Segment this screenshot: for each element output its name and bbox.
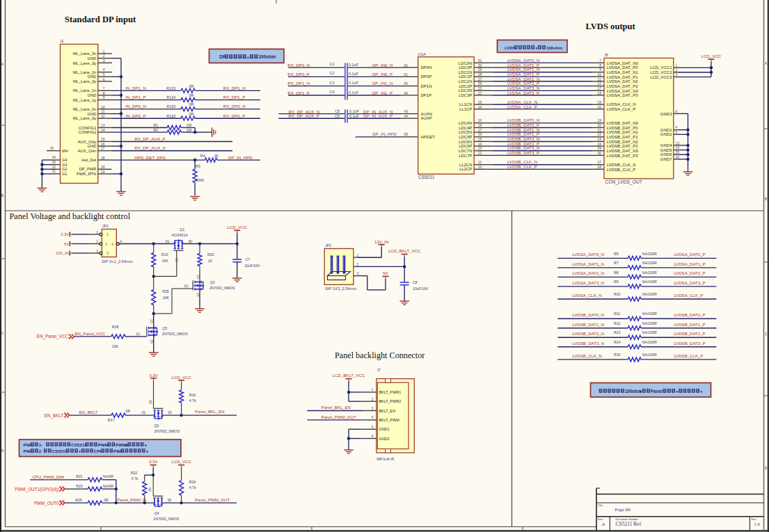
- svg-text:12: 12: [598, 82, 602, 86]
- svg-text:1:: 1:: [39, 442, 43, 447]
- svg-text:14: 14: [101, 129, 105, 132]
- svg-text:LVDSB_DAT_N1: LVDSB_DAT_N1: [607, 130, 639, 134]
- svg-text:Document Number: Document Number: [616, 517, 639, 521]
- svg-text:JP1: JP1: [102, 224, 109, 228]
- svg-text:13: 13: [676, 142, 680, 145]
- svg-text:LVDSB_DAT0_N: LVDSB_DAT0_N: [572, 312, 604, 317]
- svg-text:G3: G3: [62, 163, 67, 167]
- svg-text:2: 2: [103, 54, 105, 58]
- svg-text:R21: R21: [76, 474, 83, 478]
- svg-text:LVDSA_DAT3_P: LVDSA_DAT3_P: [674, 280, 706, 285]
- svg-text:CON_LVDS_OUT: CON_LVDS_OUT: [605, 179, 642, 185]
- svg-text:BKLT_PWM: BKLT_PWM: [379, 418, 400, 422]
- svg-text:LVDSA_DAT_P2: LVDSA_DAT_P2: [607, 84, 638, 88]
- svg-text:RX_DP0_P: RX_DP0_P: [287, 72, 310, 76]
- svg-text:4: 4: [120, 240, 122, 243]
- svg-text:3: 3: [96, 250, 98, 253]
- svg-text:LCD_BKLT_VCC: LCD_BKLT_VCC: [388, 248, 421, 253]
- svg-text:2: 2: [372, 398, 374, 401]
- svg-text:LVDSB_CLK_N: LVDSB_CLK_N: [607, 163, 636, 167]
- svg-text:12: 12: [478, 152, 482, 155]
- svg-text:LDC4P: LDC4P: [459, 126, 472, 130]
- svg-text:29: 29: [478, 68, 482, 72]
- svg-text:PWM1: PWM1: [116, 442, 129, 447]
- svg-text:6: 6: [103, 78, 105, 81]
- svg-text:CONFIG2: CONFIG2: [79, 130, 97, 134]
- svg-text:ML_Lane_3p: ML_Lane_3p: [73, 61, 97, 65]
- svg-text:Q2: Q2: [154, 424, 159, 428]
- svg-text:13: 13: [478, 147, 482, 150]
- svg-text:65: 65: [404, 82, 409, 86]
- svg-text:NA/100R: NA/100R: [642, 312, 657, 316]
- svg-text:Panel: Panel: [651, 389, 663, 394]
- svg-text:3D: 3D: [168, 411, 173, 414]
- svg-text:7: 7: [599, 59, 601, 63]
- svg-text:RX_DP1_P: RX_DP1_P: [287, 90, 310, 95]
- svg-text:LVDSA_CLK_P: LVDSA_CLK_P: [507, 104, 537, 109]
- svg-text:DP1N: DP1N: [421, 84, 432, 88]
- svg-text:24: 24: [598, 143, 602, 146]
- svg-text:R28: R28: [112, 325, 119, 329]
- svg-text:GND5: GND5: [660, 148, 672, 152]
- svg-text:LCD_VCC: LCD_VCC: [227, 225, 247, 229]
- svg-text:C: C: [765, 332, 768, 336]
- svg-text:AUXN: AUXN: [421, 112, 433, 116]
- svg-text:R126: R126: [166, 114, 175, 118]
- svg-text:LDC7N: LDC7N: [459, 149, 473, 153]
- svg-text:CS5211: CS5211: [71, 442, 87, 447]
- svg-text:0R: 0R: [189, 93, 194, 97]
- svg-text:0.1uF: 0.1uF: [349, 90, 358, 95]
- svg-text:C3: C3: [330, 81, 335, 85]
- svg-text:LVDSA_DAT_N0: LVDSA_DAT_N0: [607, 61, 639, 65]
- svg-text:EN_BKLT: EN_BKLT: [79, 410, 98, 414]
- svg-text:30: 30: [478, 64, 482, 67]
- svg-text:DP_IN1_P: DP_IN1_P: [372, 90, 393, 95]
- svg-text:27: 27: [598, 161, 602, 164]
- svg-text:ML_Lane_2p: ML_Lane_2p: [73, 79, 97, 83]
- svg-text:NA/100R: NA/100R: [642, 252, 657, 256]
- svg-text:R1: R1: [153, 123, 158, 127]
- svg-text:LVDSA_DAT_N3: LVDSA_DAT_N3: [607, 89, 639, 93]
- svg-text:1G: 1G: [149, 400, 152, 405]
- svg-text:GND: GND: [88, 144, 97, 148]
- svg-text:G4: G4: [62, 158, 67, 162]
- svg-text:5: 5: [103, 73, 105, 76]
- svg-text:20: 20: [598, 124, 602, 127]
- svg-text:1K: 1K: [208, 259, 213, 263]
- svg-text:LVDS: LVDS: [505, 45, 516, 50]
- svg-text:ML_Lane_1n: ML_Lane_1n: [73, 88, 97, 92]
- svg-text:LVDSB_DAT_P0: LVDSB_DAT_P0: [607, 126, 638, 130]
- svg-text:64: 64: [404, 92, 409, 95]
- svg-text:100ohm: 100ohm: [625, 389, 642, 394]
- svg-text:Rev: Rev: [752, 517, 756, 521]
- svg-text:LVDSB_DAT3_N: LVDSB_DAT3_N: [572, 341, 604, 346]
- svg-text:GND: GND: [88, 112, 97, 116]
- svg-text:LVDSA_DAT_P3: LVDSA_DAT_P3: [607, 93, 638, 97]
- svg-text:3: 3: [357, 272, 359, 275]
- svg-text:3D: 3D: [167, 499, 172, 502]
- svg-text:ML_Lane_0p: ML_Lane_0p: [73, 116, 97, 120]
- svg-text:DP_IN1_N: DP_IN1_N: [372, 81, 393, 86]
- svg-text:Page 00: Page 00: [615, 507, 631, 513]
- svg-text:NA/100R: NA/100R: [642, 321, 657, 325]
- svg-text:R6: R6: [614, 252, 619, 256]
- svg-text:LVDSB_DAT1_N: LVDSB_DAT1_N: [572, 322, 604, 327]
- svg-text:AUX_CHp: AUX_CHp: [78, 140, 97, 144]
- svg-text:ML_Lane_2n: ML_Lane_2n: [73, 70, 97, 74]
- svg-text:20: 20: [478, 119, 482, 122]
- svg-text:3.3V: 3.3V: [149, 459, 158, 464]
- svg-text:LVDSB_DAT1_P: LVDSB_DAT1_P: [674, 322, 706, 327]
- svg-text:R19: R19: [161, 252, 168, 257]
- svg-text:3D: 3D: [196, 275, 200, 280]
- svg-text:2S: 2S: [150, 339, 153, 344]
- svg-text:26: 26: [478, 82, 482, 86]
- svg-text:IN_DP1_N: IN_DP1_N: [125, 86, 146, 90]
- svg-text:C8: C8: [413, 280, 418, 284]
- svg-text:43: 43: [404, 110, 409, 113]
- svg-text:LDC1P: LDC1P: [459, 74, 472, 79]
- svg-text:LVDSB_CLK_P: LVDSB_CLK_P: [507, 164, 537, 169]
- svg-text:RX_DP_AUX_P: RX_DP_AUX_P: [289, 113, 319, 118]
- svg-text:R17: R17: [108, 418, 115, 422]
- svg-text:CPU_PWM_DIM: CPU_PWM_DIM: [32, 474, 64, 479]
- svg-text:C6: C6: [335, 114, 340, 118]
